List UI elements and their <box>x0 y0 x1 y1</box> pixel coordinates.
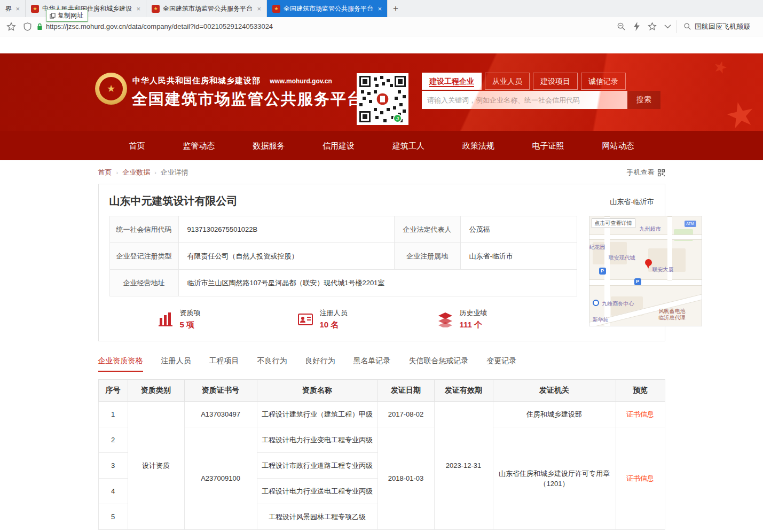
search-tab-personnel[interactable]: 从业人员 <box>485 73 530 90</box>
issue-date: 2017-08-02 <box>377 402 434 427</box>
map-label: 新华苑 <box>593 317 609 323</box>
browser-tab-2[interactable]: ★ 全国建筑市场监管公共服务平台 × <box>146 0 267 17</box>
company-name: 山东中元建筑设计有限公司 <box>109 194 238 208</box>
browser-tab-3-active[interactable]: ★ 全国建筑市场监管公共服务平台 × <box>267 0 388 17</box>
tab-good-behavior[interactable]: 良好行为 <box>305 356 335 372</box>
close-icon[interactable]: × <box>257 5 261 13</box>
close-icon[interactable]: × <box>136 5 140 13</box>
tab-bad-behavior[interactable]: 不良行为 <box>257 356 287 372</box>
browser-tab-0[interactable]: 界 × <box>0 0 26 17</box>
bookmark-star-icon[interactable] <box>6 22 16 32</box>
col-header: 资质证书号 <box>184 380 257 402</box>
close-icon[interactable]: × <box>377 5 382 13</box>
qualification-name: 工程设计风景园林工程专项乙级 <box>257 504 377 530</box>
keyword-search-input[interactable] <box>422 91 627 109</box>
gov-favicon-icon: ★ <box>152 5 160 13</box>
issuing-agency: 山东省住房和城乡建设厅许可专用章（1201） <box>493 427 616 530</box>
map-label: 联安大厦 <box>652 267 674 272</box>
stat-historical-performance[interactable]: 历史业绩 111 个 <box>437 308 577 330</box>
url-text[interactable]: https://jzsc.mohurd.gov.cn/data/company/… <box>46 22 617 30</box>
stat-qualifications[interactable]: 资质项 5 项 <box>158 308 297 330</box>
mobile-view-button[interactable]: 手机查看 <box>627 168 665 177</box>
nav-item-e-license[interactable]: 电子证照 <box>532 131 564 160</box>
stat-value: 10 名 <box>320 320 348 330</box>
map-preview[interactable]: ATM 九州超市 纪花园 联安现代城 联安大厦 九峰商务中心 新华苑 风帆蓄电池… <box>589 216 702 326</box>
col-header: 资质名称 <box>257 380 377 402</box>
stat-label: 资质项 <box>180 308 201 318</box>
cert-info-link[interactable]: 证书信息 <box>626 474 654 482</box>
close-icon[interactable]: × <box>15 5 20 13</box>
site-header-banner: ★ ★ ★ 中华人民共和国住房和城乡建设部 www.mohurd.gov.cn … <box>0 53 763 131</box>
search-tab-credit[interactable]: 诚信记录 <box>581 73 626 90</box>
map-label: 九州超市 <box>640 226 661 232</box>
zoom-icon[interactable] <box>617 22 626 31</box>
row-no: 1 <box>98 402 128 427</box>
nav-item-workers[interactable]: 建筑工人 <box>392 131 424 160</box>
col-header: 发证日期 <box>377 380 434 402</box>
breadcrumb-separator-icon: › <box>116 169 119 176</box>
nav-item-policy[interactable]: 政策法规 <box>462 131 494 160</box>
cert-number: A237009100 <box>184 427 257 530</box>
search-tab-label: 建设项目 <box>540 77 570 85</box>
copy-icon <box>50 13 56 19</box>
new-tab-button[interactable]: + <box>388 0 404 17</box>
nav-item-site-news[interactable]: 网站动态 <box>602 131 634 160</box>
tab-change-records[interactable]: 变更记录 <box>487 356 517 372</box>
nav-item-data-service[interactable]: 数据服务 <box>253 131 285 160</box>
stat-registered-personnel[interactable]: 注册人员 10 名 <box>297 308 437 330</box>
https-lock-icon <box>37 23 43 30</box>
search-tab-project[interactable]: 建设项目 <box>533 73 578 90</box>
browser-hot-search[interactable]: 国航回应飞机颠簸 <box>677 20 757 33</box>
qualification-name: 工程设计建筑行业（建筑工程）甲级 <box>257 402 377 427</box>
tab-dishonesty-records[interactable]: 失信联合惩戒记录 <box>409 356 469 372</box>
stat-value: 111 个 <box>460 320 487 330</box>
flash-icon[interactable] <box>633 22 640 31</box>
mobile-view-label: 手机查看 <box>627 168 655 177</box>
issuing-agency: 住房和城乡建设部 <box>493 402 616 427</box>
stat-label: 注册人员 <box>320 308 348 318</box>
search-input-row: 搜索 <box>422 91 660 109</box>
ministry-text: 中华人民共和国住房和城乡建设部 <box>132 76 261 85</box>
search-category-tabs: 建设工程企业 从业人员 建设项目 诚信记录 <box>422 73 660 90</box>
tab-registered-personnel[interactable]: 注册人员 <box>161 356 191 372</box>
address-value: 临沂市兰山区陶然路107号星河晶都（联安）现代城1号楼2201室 <box>178 270 577 296</box>
decor-star-icon: ★ <box>711 56 730 78</box>
row-no: 5 <box>98 504 128 530</box>
credit-code-value: 91371302675501022B <box>178 216 394 243</box>
tab-blacklist[interactable]: 黑名单记录 <box>353 356 391 372</box>
search-icon <box>683 22 691 30</box>
shield-icon[interactable] <box>23 22 32 31</box>
nav-item-home[interactable]: 首页 <box>129 131 145 160</box>
chevron-down-icon[interactable] <box>664 24 671 29</box>
stat-value: 5 项 <box>180 320 201 330</box>
nav-item-credit[interactable]: 信用建设 <box>322 131 355 160</box>
tab-label: 全国建筑市场监管公共服务平台 <box>284 4 374 13</box>
cert-info-link[interactable]: 证书信息 <box>626 410 654 418</box>
search-tab-label: 诚信记录 <box>588 77 618 85</box>
table-header-row: 序号 资质类别 资质证书号 资质名称 发证日期 发证有效期 发证机关 预览 <box>98 380 665 402</box>
table-row: 1 设计资质 A137030497 工程设计建筑行业（建筑工程）甲级 2017-… <box>98 402 665 427</box>
gov-favicon-icon: ★ <box>272 5 280 13</box>
tab-projects[interactable]: 工程项目 <box>209 356 239 372</box>
address-bar: https://jzsc.mohurd.gov.cn/data/company/… <box>0 17 763 36</box>
favorite-star-icon[interactable] <box>648 22 657 31</box>
tab-qualifications[interactable]: 企业资质资格 <box>98 356 143 372</box>
copy-url-tooltip: 复制网址 <box>46 10 88 22</box>
tab-label: 全国建筑市场监管公共服务平台 <box>163 4 254 13</box>
header-search-area: 建设工程企业 从业人员 建设项目 诚信记录 搜索 <box>422 73 660 109</box>
legal-rep-value: 公茂福 <box>460 216 577 243</box>
breadcrumb-company-data[interactable]: 企业数据 <box>122 168 150 177</box>
reg-place-value: 山东省-临沂市 <box>460 243 577 270</box>
company-region: 山东省-临沂市 <box>610 194 654 207</box>
ministry-site-url: www.mohurd.gov.cn <box>270 77 332 85</box>
nav-item-supervision[interactable]: 监管动态 <box>183 131 215 160</box>
qualification-table: 序号 资质类别 资质证书号 资质名称 发证日期 发证有效期 发证机关 预览 1 … <box>98 379 665 530</box>
main-navigation: 首页 监管动态 数据服务 信用建设 建筑工人 政策法规 电子证照 网站动态 <box>0 131 763 160</box>
breadcrumb-home[interactable]: 首页 <box>98 168 112 177</box>
col-header: 资质类别 <box>128 380 184 402</box>
search-tab-enterprise[interactable]: 建设工程企业 <box>422 73 482 90</box>
qr-mini-icon <box>657 169 665 177</box>
search-submit-button[interactable]: 搜索 <box>627 91 660 109</box>
field-label: 企业注册属地 <box>394 243 460 270</box>
header-qr-code: J <box>357 73 408 125</box>
